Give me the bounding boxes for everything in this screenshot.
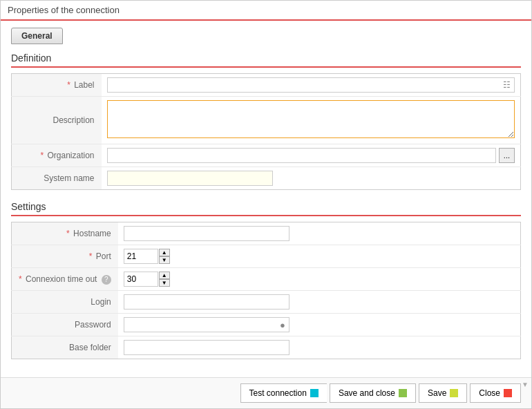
timeout-spinner-wrapper: ▲ ▼ — [124, 272, 515, 287]
label-field-label: * Label — [12, 74, 102, 97]
label-input-wrapper: ☷ — [107, 77, 515, 93]
description-field-label: Description — [12, 97, 102, 144]
password-lock-icon: ● — [276, 320, 289, 330]
save-close-color-indicator — [399, 389, 407, 397]
hostname-input-cell — [118, 222, 521, 245]
close-color-indicator — [504, 389, 512, 397]
base-folder-input-cell — [118, 336, 521, 359]
label-row: * Label ☷ — [12, 74, 521, 97]
label-input[interactable] — [108, 78, 500, 92]
save-and-close-button[interactable]: Save and close — [330, 383, 416, 403]
hostname-field-label: * Hostname — [12, 222, 118, 245]
timeout-spinner-buttons: ▲ ▼ — [159, 272, 170, 287]
description-textarea[interactable] — [107, 100, 515, 138]
port-increment-button[interactable]: ▲ — [159, 249, 170, 256]
settings-table: * Hostname * Port ▲ ▼ — [11, 222, 521, 359]
organization-browse-button[interactable]: ... — [499, 148, 515, 163]
base-folder-field-label: Base folder — [12, 336, 118, 359]
org-input-wrapper: ... — [107, 148, 515, 163]
scroll-indicator: ▼ — [522, 381, 529, 388]
system-name-input-cell — [102, 167, 521, 190]
properties-window: Properties of the connection General Def… — [0, 0, 532, 409]
system-name-input[interactable] — [107, 171, 273, 186]
organization-row: * Organization ... — [12, 144, 521, 167]
test-connection-color-indicator — [310, 389, 319, 397]
title-bar: Properties of the connection — [1, 1, 531, 21]
description-input-cell — [102, 97, 521, 144]
settings-divider — [11, 215, 521, 216]
port-spinner-buttons: ▲ ▼ — [159, 249, 170, 264]
timeout-increment-button[interactable]: ▲ — [159, 272, 170, 279]
system-name-field-label: System name — [12, 167, 102, 190]
port-decrement-button[interactable]: ▼ — [159, 256, 170, 264]
description-row: Description — [12, 97, 521, 144]
timeout-decrement-button[interactable]: ▼ — [159, 279, 170, 287]
connexion-timeout-field-label: * Connexion time out ? — [12, 268, 118, 291]
password-field-label: Password — [12, 314, 118, 336]
label-icon: ☷ — [500, 80, 514, 90]
connexion-timeout-input[interactable] — [124, 272, 158, 287]
port-spinner-wrapper: ▲ ▼ — [124, 249, 515, 264]
definition-divider — [11, 66, 521, 68]
save-color-indicator — [450, 389, 458, 397]
label-input-cell: ☷ — [102, 74, 521, 97]
organization-input[interactable] — [107, 148, 496, 163]
connexion-timeout-row: * Connexion time out ? ▲ ▼ — [12, 268, 521, 291]
section-settings-title: Settings — [11, 201, 521, 212]
login-field-label: Login — [12, 291, 118, 314]
test-connection-button[interactable]: Test connection — [240, 383, 327, 403]
password-row: Password ● — [12, 314, 521, 336]
footer: ▼ Test connection Save and close Save Cl… — [1, 377, 531, 408]
tab-bar: General — [11, 28, 521, 44]
connexion-timeout-help-icon[interactable]: ? — [102, 275, 111, 285]
base-folder-input[interactable] — [124, 340, 289, 355]
window-title: Properties of the connection — [8, 5, 120, 15]
port-row: * Port ▲ ▼ — [12, 245, 521, 268]
content-area: General Definition * Label ☷ Description — [1, 21, 531, 377]
section-definition-title: Definition — [11, 53, 521, 64]
password-input-cell: ● — [118, 314, 521, 336]
system-name-row: System name — [12, 167, 521, 190]
tab-general[interactable]: General — [11, 28, 63, 44]
connexion-timeout-input-cell: ▲ ▼ — [118, 268, 521, 291]
close-button[interactable]: Close — [470, 383, 521, 403]
password-input[interactable] — [124, 318, 276, 332]
organization-field-label: * Organization — [12, 144, 102, 167]
login-input[interactable] — [124, 294, 289, 310]
port-field-label: * Port — [12, 245, 118, 268]
port-input[interactable] — [124, 249, 158, 264]
button-group: Test connection Save and close Save Clos… — [240, 383, 522, 403]
base-folder-row: Base folder — [12, 336, 521, 359]
port-input-cell: ▲ ▼ — [118, 245, 521, 268]
hostname-row: * Hostname — [12, 222, 521, 245]
definition-table: * Label ☷ Description * Organization — [11, 73, 521, 190]
hostname-input[interactable] — [124, 226, 289, 241]
password-wrapper: ● — [124, 317, 289, 332]
save-button[interactable]: Save — [419, 383, 467, 403]
login-input-cell — [118, 291, 521, 314]
organization-input-cell: ... — [102, 144, 521, 167]
login-row: Login — [12, 291, 521, 314]
